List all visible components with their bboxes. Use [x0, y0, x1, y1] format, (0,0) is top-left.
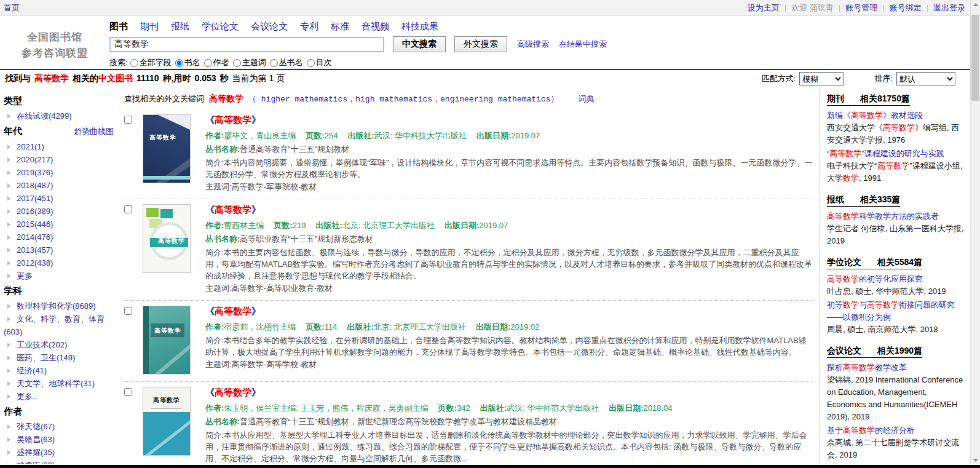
- account-manage-link[interactable]: 账号管理: [845, 2, 877, 14]
- related-entry-link[interactable]: 高等数学的初等化应用探究: [827, 273, 965, 285]
- facet-item-link[interactable]: 2016(389): [17, 207, 53, 216]
- dictionary-link[interactable]: 词典: [578, 93, 594, 105]
- expand-arrow-icon: [7, 274, 10, 279]
- book-field-value: 2019.07: [479, 221, 508, 230]
- result-prefix: 找到与: [5, 73, 31, 84]
- scope-option-作者[interactable]: 作者: [204, 57, 229, 68]
- facet-item-link[interactable]: 2019(376): [17, 168, 53, 177]
- scope-option-主题词[interactable]: 主题词: [233, 57, 266, 68]
- tab-audio-video[interactable]: 音视频: [362, 21, 389, 33]
- scope-option-目次[interactable]: 目次: [307, 57, 332, 68]
- book-cover[interactable]: 高等数学: [143, 204, 191, 273]
- logout-link[interactable]: 退出登录: [933, 2, 965, 14]
- facet-item-link[interactable]: 2013(457): [17, 245, 53, 255]
- related-entry-link[interactable]: 新编《高等数学》教材选段: [827, 109, 965, 122]
- facet-item-link[interactable]: 吴赣昌(63): [17, 435, 55, 444]
- expand-arrow-icon: [7, 209, 10, 214]
- book-field: 出版社:武汉: 华中师范大学出版社: [480, 403, 599, 413]
- book-title-link[interactable]: 高等数学: [215, 114, 251, 125]
- foreign-keyword-term: 高等数学: [209, 93, 243, 105]
- scroll-down-arrow-icon[interactable]: [971, 455, 980, 465]
- scope-option-全部字段[interactable]: 全部字段: [130, 57, 172, 68]
- facet-item-link[interactable]: 数理科学和化学(8689): [17, 301, 96, 311]
- book-checkbox-cell: [124, 204, 143, 294]
- facet-item-link[interactable]: 在线试读(4299): [17, 111, 72, 121]
- facet-item-link[interactable]: 2018(487): [17, 181, 53, 190]
- category-tabs: 图书期刊报纸学位论文会议论文专利标准音视频科技成果: [109, 20, 980, 36]
- tab-books[interactable]: 图书: [109, 21, 128, 33]
- related-entry-link[interactable]: 探析高等数学教学改革: [827, 362, 965, 374]
- facet-item-link[interactable]: 2017(451): [17, 194, 53, 203]
- facet-item-link[interactable]: 盛祥耀(35): [17, 448, 55, 457]
- scope-option-书名[interactable]: 书名: [175, 57, 200, 68]
- book-checkbox[interactable]: [124, 307, 132, 315]
- foreign-search-button[interactable]: 外文搜索: [454, 36, 507, 52]
- book-field-value: 高等职业教育“十三五”规划新形态教材: [240, 234, 373, 244]
- scope-radio[interactable]: [307, 59, 315, 67]
- facet-item-link[interactable]: 工业技术(202): [17, 340, 67, 349]
- book-cover[interactable]: 高等数学: [143, 114, 191, 183]
- scope-radio[interactable]: [233, 59, 241, 67]
- home-link[interactable]: 首页: [4, 2, 20, 14]
- set-home-link[interactable]: 设为主页: [748, 2, 780, 14]
- scrollbar-thumb[interactable]: [971, 15, 979, 101]
- facet-item-link[interactable]: 2015(446): [17, 220, 53, 229]
- sort-select[interactable]: 默认: [896, 72, 955, 85]
- book-title-link[interactable]: 高等数学: [215, 387, 251, 397]
- expand-arrow-icon: [7, 381, 10, 386]
- expand-arrow-icon: [7, 450, 10, 455]
- book-cover[interactable]: 高等数学: [143, 387, 191, 456]
- scope-radio[interactable]: [270, 59, 278, 67]
- tab-newspapers[interactable]: 报纸: [171, 21, 189, 33]
- search-within-results-link[interactable]: 在结果中搜索: [559, 39, 607, 50]
- facet-item-link[interactable]: 更多: [17, 271, 33, 280]
- facet-item-link[interactable]: 2020(217): [17, 155, 53, 164]
- facet-item-link[interactable]: 天文学、地球科学(31): [17, 379, 95, 388]
- book-checkbox[interactable]: [124, 116, 132, 124]
- facet-title-text: 年代: [4, 125, 22, 136]
- highlighted-keyword: 高等数学: [843, 426, 875, 435]
- book-checkbox[interactable]: [124, 388, 132, 396]
- related-entry-link[interactable]: 基于高等数学的经济分析: [827, 424, 965, 437]
- scope-radio[interactable]: [204, 59, 212, 67]
- scroll-up-arrow-icon[interactable]: [971, 0, 980, 10]
- account-bind-link[interactable]: 账号绑定: [890, 2, 922, 14]
- facet-item-link[interactable]: 2021(1): [17, 142, 44, 151]
- scope-radio[interactable]: [175, 59, 183, 67]
- facet-item-link[interactable]: 2012(438): [17, 258, 53, 268]
- related-entry-link[interactable]: “高等数学”课程建设的研究与实践: [827, 148, 965, 160]
- facet-item: 在线试读(4299): [4, 109, 118, 122]
- facet-item: 更多: [4, 269, 118, 282]
- scope-radio[interactable]: [130, 59, 138, 67]
- facet-item-link[interactable]: 2014(476): [17, 232, 53, 242]
- search-input[interactable]: [109, 37, 384, 52]
- tab-theses[interactable]: 学位论文: [202, 21, 239, 33]
- tab-standards[interactable]: 标准: [331, 21, 349, 33]
- tab-conference-papers[interactable]: 会议论文: [251, 21, 288, 33]
- match-mode-group: 匹配方式: 模糊: [762, 72, 844, 85]
- facet-item-link[interactable]: 经济(41): [17, 366, 47, 375]
- related-entry-link[interactable]: 高等数学科学教学方法的实践者: [827, 210, 965, 223]
- facet-item-link[interactable]: 文化、科学、教育、体育(603): [4, 314, 105, 336]
- book-field: 作者:宿彦莉，沈栩竹主编: [205, 322, 296, 331]
- chinese-search-button[interactable]: 中文搜索: [393, 36, 446, 52]
- tab-journals[interactable]: 期刊: [140, 21, 159, 33]
- match-mode-select[interactable]: 模糊: [799, 72, 844, 85]
- highlighted-keyword: 高等数学: [877, 161, 909, 170]
- book-cover[interactable]: 高等数学: [143, 306, 191, 375]
- book-field: 作者:廖毕文，青山良主编: [205, 131, 296, 140]
- book-title-link[interactable]: 高等数学: [215, 306, 251, 316]
- facet-item-link[interactable]: 医药、卫生(149): [17, 353, 75, 362]
- tab-sci-tech[interactable]: 科技成果: [401, 21, 438, 33]
- facet-item-link[interactable]: 张天德(67): [17, 422, 55, 431]
- book-checkbox[interactable]: [124, 205, 132, 213]
- advanced-search-link[interactable]: 高级搜索: [517, 39, 549, 50]
- facet-item-link[interactable]: 姚孟臣(33): [17, 461, 55, 464]
- book-title-link[interactable]: 高等数学: [215, 204, 251, 215]
- facet-item-link[interactable]: 更多..: [17, 392, 37, 401]
- trend-chart-link[interactable]: 趋势曲线图: [74, 127, 114, 136]
- tab-patents[interactable]: 专利: [300, 21, 318, 33]
- content: 类型在线试读(4299)年代趋势曲线图2021(1)2020(217)2019(…: [0, 87, 980, 464]
- related-entry-link[interactable]: 初等数学与高等数学衔接问题的研究——以微积分为例: [827, 299, 965, 323]
- scope-option-丛书名[interactable]: 丛书名: [270, 57, 303, 68]
